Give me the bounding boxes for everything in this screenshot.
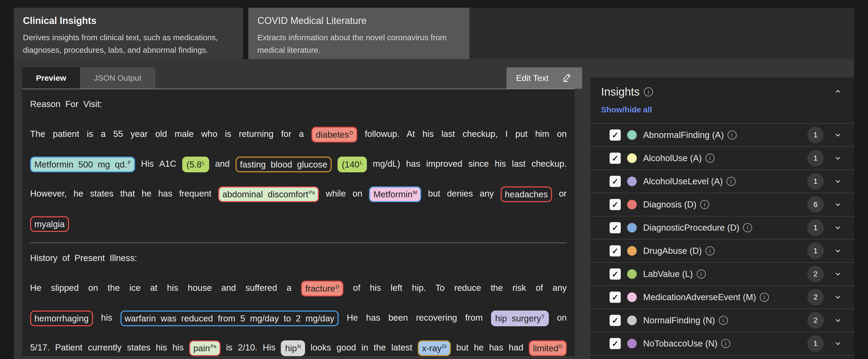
entity-type-superscript: Pa bbox=[211, 344, 216, 349]
model-card-description: Derives insights from clinical text, suc… bbox=[23, 31, 234, 56]
entity-label: AlcoholUse (A) bbox=[643, 153, 702, 163]
edit-text-button[interactable]: Edit Text bbox=[506, 67, 582, 89]
entity-color-dot bbox=[627, 246, 637, 256]
document-line: He slipped on the ice at his house and s… bbox=[30, 273, 567, 303]
entity-type-superscript: P bbox=[128, 160, 131, 165]
insight-row[interactable]: ✓NoTobaccoUse (N)i1 bbox=[590, 332, 854, 355]
info-icon[interactable]: i bbox=[726, 177, 736, 186]
count-badge: 1 bbox=[807, 242, 824, 259]
count-badge: 2 bbox=[807, 312, 824, 329]
insight-row[interactable]: ✓DiagnosticProcedure (D)i1 bbox=[590, 216, 854, 239]
entity-type-superscript: Di bbox=[442, 344, 446, 349]
chevron-up-icon[interactable] bbox=[834, 87, 842, 96]
row-checkbox[interactable]: ✓ bbox=[610, 129, 621, 141]
count-badge: 1 bbox=[807, 220, 824, 236]
insight-row[interactable]: ✓AbnormalFinding (A)i1 bbox=[590, 124, 854, 147]
insight-row[interactable]: ✓AlcoholUse (A)i1 bbox=[590, 147, 854, 170]
entity-chip-lab[interactable]: (140L bbox=[338, 157, 367, 172]
row-checkbox[interactable]: ✓ bbox=[610, 245, 621, 257]
insight-row[interactable]: ✓DrugAbuse (D)i1 bbox=[590, 239, 854, 263]
entity-chip-lab[interactable]: (5.8L bbox=[182, 157, 209, 172]
entity-label: MedicationAdverseEvent (M) bbox=[643, 292, 756, 302]
show-hide-all-link[interactable]: Show/hide all bbox=[590, 98, 854, 114]
info-icon[interactable]: i bbox=[760, 293, 769, 302]
chevron-down-icon[interactable] bbox=[834, 224, 842, 232]
document-line: Reason For Visit: bbox=[30, 89, 567, 119]
info-icon[interactable]: i bbox=[706, 154, 715, 163]
info-icon[interactable]: i bbox=[721, 339, 730, 348]
chevron-down-icon[interactable] bbox=[834, 131, 842, 139]
entity-chip-diagnosis[interactable]: diabetesD bbox=[311, 127, 357, 142]
entity-chip-outline_red[interactable]: myalgia bbox=[30, 216, 69, 232]
entity-chip-patient_reported[interactable]: painPa bbox=[189, 340, 221, 356]
tab-json-output[interactable]: JSON Output bbox=[80, 67, 155, 89]
entity-chip-patient_reported[interactable]: abdominal discomfortPa bbox=[218, 187, 319, 202]
entity-color-dot bbox=[627, 339, 637, 348]
entity-color-dot bbox=[627, 200, 637, 209]
entity-chip-diagnosis[interactable]: limitedD bbox=[529, 340, 567, 356]
entity-chip-drug[interactable]: Metformin 500 mg qd.P bbox=[30, 157, 135, 172]
pencil-icon bbox=[562, 72, 572, 85]
row-checkbox[interactable]: ✓ bbox=[610, 199, 621, 210]
entity-chip-outline_blue[interactable]: warfarin was reduced from 5 mg/day to 2 … bbox=[120, 311, 339, 326]
entity-color-dot bbox=[627, 130, 637, 140]
tab-preview[interactable]: Preview bbox=[22, 67, 80, 89]
insights-title: Insights bbox=[601, 86, 640, 98]
chevron-down-icon[interactable] bbox=[834, 177, 842, 185]
info-icon[interactable]: i bbox=[719, 316, 728, 325]
row-checkbox[interactable]: ✓ bbox=[610, 315, 621, 326]
entity-chip-med_adverse[interactable]: MetforminM bbox=[369, 187, 421, 202]
row-checkbox[interactable]: ✓ bbox=[610, 176, 621, 187]
entity-chip-outline_red[interactable]: hemorrhaging bbox=[30, 311, 93, 326]
entity-chip-diagnosis[interactable]: fractureD bbox=[301, 281, 343, 296]
entity-label: LabValue (L) bbox=[643, 269, 693, 279]
info-icon[interactable]: i bbox=[727, 130, 737, 139]
row-checkbox[interactable]: ✓ bbox=[610, 292, 621, 303]
chevron-down-icon[interactable] bbox=[834, 154, 842, 162]
info-icon[interactable]: i bbox=[743, 223, 752, 232]
count-badge: 1 bbox=[807, 127, 824, 143]
chevron-down-icon[interactable] bbox=[834, 247, 842, 255]
info-icon[interactable]: i bbox=[706, 246, 715, 255]
count-badge: 6 bbox=[807, 196, 824, 213]
chevron-down-icon[interactable] bbox=[834, 293, 842, 301]
tab-clinical-insights[interactable]: Clinical Insights Derives insights from … bbox=[14, 8, 243, 59]
chevron-down-icon[interactable] bbox=[834, 339, 842, 348]
entity-type-superscript: M bbox=[413, 190, 417, 195]
row-checkbox[interactable]: ✓ bbox=[610, 222, 621, 233]
info-icon[interactable]: i bbox=[700, 200, 709, 209]
entity-color-dot bbox=[627, 316, 637, 325]
document-line: 5/17. Patient currently states his his p… bbox=[30, 333, 567, 356]
info-icon[interactable]: i bbox=[697, 269, 706, 279]
insight-row[interactable]: ✓MedicationAdverseEvent (M)i2 bbox=[590, 286, 854, 309]
insight-row[interactable]: ✓Diagnosis (D)i6 bbox=[590, 193, 854, 216]
insight-row[interactable]: ✓NormalFinding (N)i2 bbox=[590, 309, 854, 332]
row-checkbox[interactable]: ✓ bbox=[610, 268, 621, 280]
insight-row[interactable]: ✓LabValue (L)i2 bbox=[590, 263, 854, 286]
insight-row[interactable]: ✓PatientReportedCondition (P)i3 bbox=[590, 355, 854, 359]
entity-label: DiagnosticProcedure (D) bbox=[643, 223, 739, 233]
info-icon[interactable]: i bbox=[644, 87, 653, 96]
row-checkbox[interactable]: ✓ bbox=[610, 153, 621, 164]
entity-chip-normal_finding[interactable]: hipN bbox=[281, 340, 305, 356]
document-line: However, he states that he has frequent … bbox=[30, 179, 567, 208]
entity-chip-treatment[interactable]: hip surgeryT bbox=[491, 311, 549, 326]
chevron-down-icon[interactable] bbox=[834, 316, 842, 324]
chevron-down-icon[interactable] bbox=[834, 270, 842, 278]
entity-chip-diagnostic_procedure[interactable]: x-rayDi bbox=[418, 340, 451, 356]
insight-row[interactable]: ✓AlcoholUseLevel (A)i1 bbox=[590, 170, 854, 193]
entity-chip-outline_red[interactable]: headaches bbox=[501, 187, 552, 202]
insights-rows: ✓AbnormalFinding (A)i1✓AlcoholUse (A)i1✓… bbox=[590, 123, 854, 359]
view-tabs: Preview JSON Output bbox=[22, 67, 155, 89]
entity-label: Diagnosis (D) bbox=[643, 199, 696, 209]
preview-document-panel: Reason For Visit:The patient is a 55 yea… bbox=[22, 89, 575, 356]
tab-covid-medical-literature[interactable]: COVID Medical Literature Extracts inform… bbox=[248, 8, 469, 59]
chevron-down-icon[interactable] bbox=[834, 200, 842, 208]
entity-chip-lab_outline[interactable]: fasting blood glucose bbox=[236, 157, 332, 172]
row-checkbox[interactable]: ✓ bbox=[610, 338, 621, 349]
entity-label: AlcoholUseLevel (A) bbox=[643, 176, 723, 187]
entity-type-superscript: Pa bbox=[309, 190, 315, 195]
document-line: History of Present Illness: bbox=[30, 243, 567, 273]
entity-color-dot bbox=[627, 223, 637, 232]
count-badge: 2 bbox=[807, 289, 824, 305]
